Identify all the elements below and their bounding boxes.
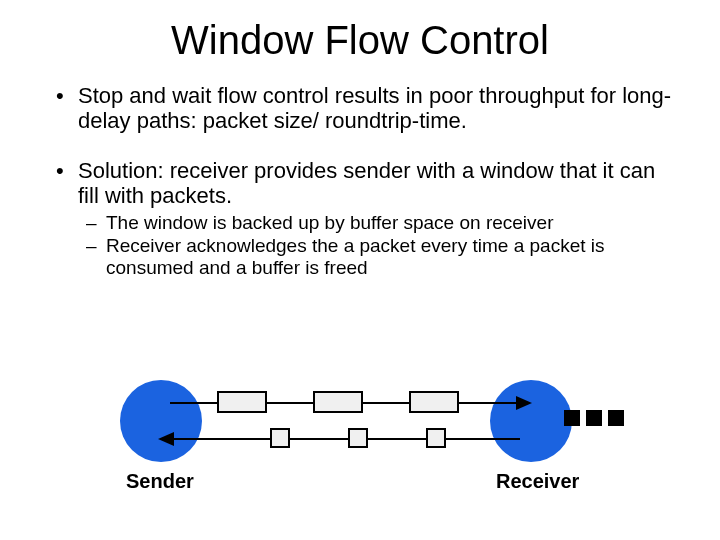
ack-arrow-head-icon <box>158 432 174 446</box>
ack-arrow-line <box>170 438 520 440</box>
ack-icon <box>426 428 446 448</box>
receiver-label: Receiver <box>496 470 579 493</box>
buffer-slot-icon <box>608 410 624 426</box>
packet-icon <box>217 391 267 413</box>
packet-icon <box>409 391 459 413</box>
sender-label: Sender <box>126 470 194 493</box>
bullet-2: Solution: receiver provides sender with … <box>50 158 680 279</box>
buffer-slot-icon <box>586 410 602 426</box>
buffer-slot-icon <box>564 410 580 426</box>
sub-bullet-2: Receiver acknowledges the a packet every… <box>84 235 680 279</box>
sender-node-icon <box>120 380 202 462</box>
bullet-1: Stop and wait flow control results in po… <box>50 83 680 134</box>
ack-icon <box>270 428 290 448</box>
ack-icon <box>348 428 368 448</box>
bullet-2-text: Solution: receiver provides sender with … <box>78 158 655 208</box>
sub-bullet-1: The window is backed up by buffer space … <box>84 212 680 234</box>
slide-title: Window Flow Control <box>0 18 720 63</box>
data-arrow-head-icon <box>516 396 532 410</box>
packet-icon <box>313 391 363 413</box>
receiver-node-icon <box>490 380 572 462</box>
flow-diagram: Sender Receiver <box>120 380 580 520</box>
slide-body: Stop and wait flow control results in po… <box>0 83 720 279</box>
